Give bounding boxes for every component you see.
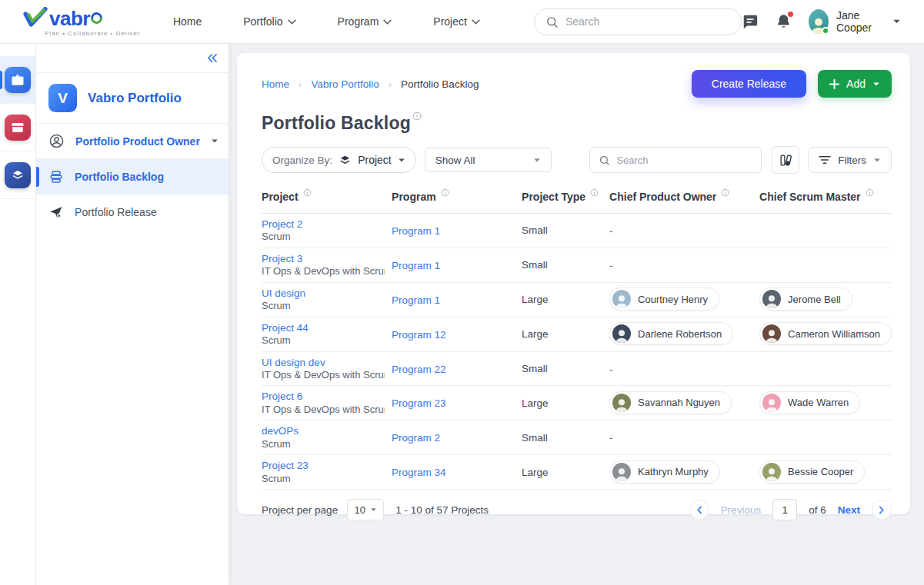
paper-plane-icon — [48, 204, 64, 220]
breadcrumb-home[interactable]: Home — [262, 78, 289, 90]
program-link[interactable]: Program 22 — [392, 364, 446, 375]
program-link[interactable]: Program 34 — [392, 467, 446, 478]
project-cell: UI design Scrum — [262, 283, 392, 317]
person-chip[interactable]: Jerome Bell — [759, 288, 852, 311]
table-row: Project 3 IT Ops & DevOps with Scrum Pro… — [262, 248, 892, 283]
info-icon[interactable] — [866, 188, 874, 197]
sidebar-item-portfolio-backlog[interactable]: Portfolio Backlog — [36, 159, 228, 194]
project-link[interactable]: Project 3 — [262, 252, 385, 265]
nav-project[interactable]: Project — [433, 15, 480, 28]
sidebar-item-label: Portfolio Product Owner — [75, 135, 200, 148]
program-link[interactable]: Program 1 — [392, 225, 440, 237]
filters-button[interactable]: Filters — [808, 147, 892, 173]
project-link[interactable]: devOPs — [262, 424, 385, 437]
info-icon[interactable] — [412, 111, 422, 121]
sidebar-item-portfolio-release[interactable]: Portfolio Release — [36, 194, 228, 230]
project-link[interactable]: Project 23 — [262, 459, 385, 472]
info-icon[interactable] — [441, 188, 449, 197]
collapse-sidebar-icon[interactable] — [206, 53, 218, 63]
project-framework: Scrum — [262, 231, 385, 244]
program-cell: Program 2 — [392, 430, 522, 444]
csm-cell: Jerome Bell — [759, 288, 892, 311]
breadcrumb-vabro-portfolio[interactable]: Vabro Portfolio — [311, 78, 379, 90]
chevron-right-icon — [879, 506, 885, 514]
project-type: Large — [522, 294, 609, 305]
project-link[interactable]: UI design — [262, 287, 385, 300]
board-view-button[interactable] — [772, 146, 799, 174]
avatar — [762, 290, 781, 308]
rail-item-portfolio[interactable] — [0, 56, 35, 104]
person-name: Courtney Henry — [638, 294, 708, 305]
cpo-cell: Savannah Nguyen — [609, 391, 759, 415]
backlog-icon — [48, 169, 64, 184]
project-link[interactable]: Project 44 — [262, 321, 385, 334]
table-row: Project 6 IT Ops & DevOps with Scrum Pro… — [262, 386, 892, 420]
project-link[interactable]: Project 6 — [262, 390, 385, 403]
workspace-header: V Vabro Portfolio — [36, 73, 228, 124]
next-page-button[interactable] — [872, 500, 892, 520]
program-link[interactable]: Program 12 — [392, 329, 446, 341]
rail-item-layers[interactable] — [0, 151, 35, 199]
person-chip[interactable]: Courtney Henry — [609, 288, 719, 311]
info-icon[interactable] — [590, 188, 599, 197]
vabro-logo[interactable]: vabrovabr Plan • Collaborate • Deliver — [23, 7, 141, 37]
current-page-box[interactable]: 1 — [772, 499, 797, 520]
notifications-button[interactable] — [776, 13, 792, 30]
program-link[interactable]: Program 1 — [392, 294, 440, 306]
previous-page-button[interactable] — [689, 500, 709, 520]
person-chip[interactable]: Kathryn Murphy — [609, 460, 720, 484]
show-all-dropdown[interactable]: Show All — [425, 148, 552, 172]
top-bar: vabrovabr Plan • Collaborate • Deliver H… — [0, 0, 924, 44]
person-chip[interactable]: Darlene Robertson — [609, 322, 733, 345]
info-icon[interactable] — [303, 188, 312, 197]
organize-by-dropdown[interactable]: Organize By: Project — [262, 147, 416, 173]
per-page-dropdown[interactable]: 10 — [347, 499, 384, 520]
program-cell: Program 1 — [392, 293, 522, 307]
pagination-bar: Project per page 10 1 - 10 of 57 Project… — [262, 490, 892, 536]
project-framework: IT Ops & DevOps with Scrum — [262, 404, 385, 417]
person-chip[interactable]: Savannah Nguyen — [609, 391, 732, 414]
previous-label[interactable]: Previous — [721, 504, 762, 516]
search-icon — [599, 155, 610, 166]
caret-down-icon — [872, 81, 880, 87]
nav-program[interactable]: Program — [338, 15, 392, 28]
create-release-button[interactable]: Create Release — [692, 70, 806, 98]
person-chip[interactable]: Wade Warren — [759, 391, 860, 414]
breadcrumb-separator-icon: › — [299, 78, 302, 90]
cpo-cell: - — [609, 362, 759, 376]
project-link[interactable]: UI design dev — [262, 356, 385, 369]
person-chip[interactable]: Cameron Williamson — [759, 322, 892, 345]
info-icon[interactable] — [721, 188, 729, 197]
program-cell: Program 12 — [392, 327, 522, 341]
sidebar-item-label: Portfolio Release — [75, 206, 157, 218]
program-cell: Program 22 — [392, 362, 522, 376]
program-link[interactable]: Program 1 — [392, 260, 440, 271]
table-row: devOPs Scrum Program 2 Small - — [262, 420, 892, 455]
global-search[interactable] — [534, 8, 742, 35]
nav-portfolio[interactable]: Portfolio — [243, 15, 295, 28]
user-menu[interactable]: Jane Cooper — [809, 9, 901, 34]
add-button[interactable]: Add — [818, 70, 892, 98]
next-label[interactable]: Next — [838, 504, 860, 516]
table-search[interactable] — [589, 147, 762, 173]
caret-down-icon — [892, 18, 901, 25]
sidebar-item-portfolio-product-owner[interactable]: Portfolio Product Owner — [36, 124, 228, 159]
rail-item-projects[interactable] — [0, 104, 35, 151]
avatar — [762, 463, 781, 481]
program-link[interactable]: Program 2 — [392, 432, 440, 444]
column-header-chief-scrum-master: Chief Scrum Master — [759, 191, 892, 203]
table-search-input[interactable] — [616, 155, 752, 166]
logo-checkmark-icon — [23, 7, 48, 28]
project-link[interactable]: Project 2 — [262, 218, 385, 231]
project-type: Large — [522, 328, 609, 340]
cpo-cell: Darlene Robertson — [609, 322, 759, 346]
avatar — [612, 290, 631, 308]
program-link[interactable]: Program 23 — [392, 397, 446, 409]
cpo-cell: - — [609, 258, 759, 272]
project-framework: IT Ops & DevOps with Scrum — [262, 369, 385, 382]
nav-home[interactable]: Home — [173, 15, 202, 28]
global-search-input[interactable] — [565, 15, 730, 28]
person-chip[interactable]: Bessie Cooper — [759, 460, 865, 484]
messages-button[interactable] — [742, 13, 759, 30]
avatar — [612, 463, 631, 481]
